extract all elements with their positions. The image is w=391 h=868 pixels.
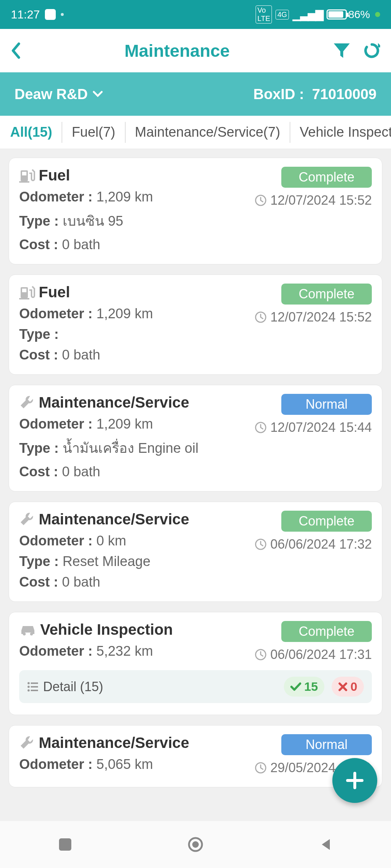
filter-button[interactable] [333, 43, 350, 59]
card-title: Maintenance/Service [19, 734, 189, 752]
funnel-icon [333, 43, 350, 59]
page-title: Maintenance [125, 41, 230, 61]
svg-point-10 [23, 633, 26, 635]
record-list[interactable]: Fuel Odometer : 1,209 kmType : เบนซิน 95… [0, 149, 391, 821]
svg-point-13 [28, 682, 30, 684]
svg-point-11 [30, 633, 33, 635]
volte-icon: VoLTE [256, 5, 272, 24]
record-card[interactable]: Fuel Odometer : 1,209 kmType : Cost : 0 … [9, 275, 382, 375]
status-app-indicator [45, 9, 56, 20]
status-badge: Complete [281, 284, 372, 305]
network-type: 4G [276, 10, 289, 20]
car-icon [19, 623, 37, 636]
status-badge: Complete [281, 511, 372, 532]
nav-home[interactable] [187, 836, 204, 853]
box-id-display: BoxID : 71010009 [253, 86, 377, 102]
vehicle-name: Deaw R&D [14, 86, 88, 102]
card-title: Fuel [19, 284, 153, 301]
circle-icon [187, 836, 204, 853]
vehicle-dropdown[interactable]: Deaw R&D [14, 86, 103, 102]
tab-maintenance[interactable]: Maintenance/Service(7) [126, 122, 290, 143]
fuel-icon [19, 285, 35, 299]
status-badge: Normal [281, 394, 372, 415]
status-badge: Normal [281, 734, 372, 755]
filter-tabs: All(15) Fuel(7) Maintenance/Service(7) V… [0, 116, 391, 149]
vehicle-selector-bar: Deaw R&D BoxID : 71010009 [0, 72, 391, 116]
svg-rect-20 [59, 838, 71, 851]
status-green-dot [375, 12, 380, 17]
clock-icon [255, 194, 267, 207]
svg-point-17 [28, 689, 30, 692]
svg-rect-6 [19, 298, 29, 299]
record-card[interactable]: Maintenance/Service Odometer : 0 kmType … [9, 502, 382, 602]
clock-icon [255, 421, 267, 434]
wrench-icon [19, 395, 35, 410]
battery-icon [327, 9, 347, 20]
list-icon [27, 682, 39, 692]
app-header: Maintenance [0, 29, 391, 72]
battery-percent: 86% [348, 8, 370, 21]
svg-rect-16 [31, 686, 38, 688]
status-bar: 11:27 VoLTE 4G ▁▃▅▇ 86% [0, 0, 391, 29]
timestamp: 12/07/2024 15:44 [255, 420, 372, 435]
svg-rect-18 [31, 690, 38, 691]
add-button[interactable] [332, 758, 377, 803]
refresh-icon [363, 42, 380, 59]
svg-point-22 [192, 841, 199, 848]
detail-label: Detail (15) [43, 679, 103, 694]
pass-chip: 15 [284, 677, 324, 697]
svg-rect-1 [22, 172, 26, 175]
detail-row[interactable]: Detail (15) 15 0 [19, 670, 372, 703]
tab-fuel[interactable]: Fuel(7) [62, 122, 125, 143]
square-icon [58, 838, 72, 851]
clock-icon [255, 648, 267, 661]
status-dot [61, 13, 64, 16]
signal-icon: ▁▃▅▇ [293, 8, 323, 21]
chevron-left-icon [11, 42, 21, 59]
refresh-button[interactable] [363, 42, 380, 59]
clock-icon [255, 538, 267, 550]
svg-rect-14 [31, 682, 38, 684]
nav-back[interactable] [317, 836, 335, 853]
card-title: Vehicle Inspection [19, 621, 173, 638]
svg-rect-2 [19, 181, 29, 183]
timestamp: 06/06/2024 17:32 [255, 537, 372, 552]
status-time: 11:27 [11, 8, 40, 21]
back-button[interactable] [11, 42, 21, 59]
status-badge: Complete [281, 621, 372, 642]
tab-inspection[interactable]: Vehicle Inspection( [290, 122, 391, 143]
svg-rect-5 [22, 289, 26, 292]
svg-point-15 [28, 686, 30, 688]
card-title: Maintenance/Service [19, 394, 198, 411]
card-title: Fuel [19, 167, 153, 184]
nav-recent[interactable] [56, 836, 74, 853]
wrench-icon [19, 735, 35, 751]
system-nav [0, 821, 391, 868]
record-card[interactable]: Fuel Odometer : 1,209 kmType : เบนซิน 95… [9, 158, 382, 264]
record-card[interactable]: Maintenance/Service Odometer : 5,065 km … [9, 725, 382, 787]
fuel-icon [19, 168, 35, 183]
plus-icon [345, 770, 365, 791]
timestamp: 12/07/2024 15:52 [255, 193, 372, 208]
triangle-left-icon [319, 838, 333, 851]
record-card[interactable]: Maintenance/Service Odometer : 1,209 kmT… [9, 385, 382, 492]
card-title: Maintenance/Service [19, 511, 189, 528]
record-card[interactable]: Vehicle Inspection Odometer : 5,232 km C… [9, 612, 382, 715]
wrench-icon [19, 511, 35, 527]
timestamp: 06/06/2024 17:31 [255, 647, 372, 662]
status-badge: Complete [281, 167, 372, 188]
clock-icon [255, 311, 267, 323]
fail-chip: 0 [332, 677, 364, 697]
chevron-down-icon [93, 91, 103, 97]
clock-icon [255, 762, 267, 774]
timestamp: 12/07/2024 15:52 [255, 310, 372, 325]
tab-all[interactable]: All(15) [0, 122, 62, 143]
